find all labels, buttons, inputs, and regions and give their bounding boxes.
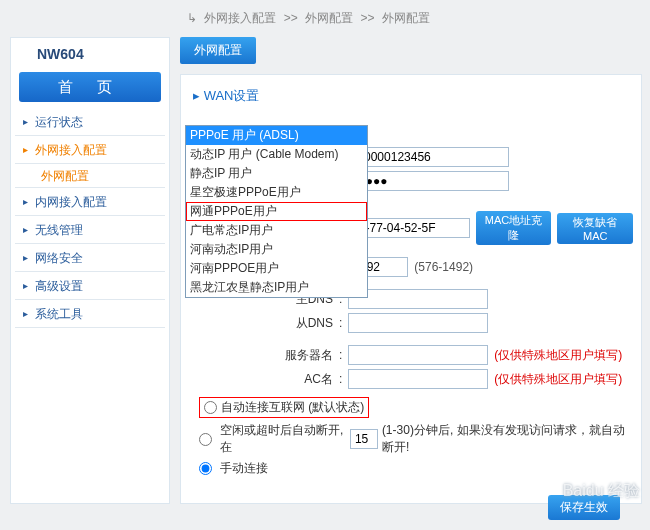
tab-wan-config[interactable]: 外网配置 [180, 37, 256, 64]
dropdown-option-cnc-pppoe[interactable]: 网通PPPoE用户 [186, 202, 367, 221]
dropdown-option-xkjs-pppoe[interactable]: 星空极速PPPoE用户 [186, 183, 367, 202]
ac-input[interactable] [348, 369, 488, 389]
dns2-input[interactable] [348, 313, 488, 333]
crumb-a[interactable]: 外网接入配置 [204, 11, 276, 25]
sidebar-item-advanced[interactable]: 高级设置 [15, 272, 165, 300]
sidebar-item-security[interactable]: 网络安全 [15, 244, 165, 272]
model-label: NW604 [15, 44, 165, 70]
server-hint: (仅供特殊地区用户填写) [494, 347, 622, 364]
sidebar-sub-wan-config[interactable]: 外网配置 [15, 164, 165, 188]
sidebar-item-wireless[interactable]: 无线管理 [15, 216, 165, 244]
crumb-b[interactable]: 外网配置 [305, 11, 353, 25]
sidebar-item-wan[interactable]: 外网接入配置 [15, 136, 165, 164]
sidebar-item-status[interactable]: 运行状态 [15, 108, 165, 136]
ac-label: AC名 [189, 371, 339, 388]
dns2-label: 从DNS [189, 315, 339, 332]
mac-clone-button[interactable]: MAC地址克隆 [476, 211, 552, 245]
radio-auto-highlight: 自动连接互联网 (默认状态) [199, 397, 369, 418]
section-title: WAN设置 [193, 87, 633, 105]
sidebar-item-lan[interactable]: 内网接入配置 [15, 188, 165, 216]
connection-type-dropdown[interactable]: PPPoE 用户 (ADSL) 动态IP 用户 (Cable Modem) 静态… [185, 125, 368, 298]
dns1-input[interactable] [348, 289, 488, 309]
dropdown-option-hlj-static[interactable]: 黑龙江农垦静态IP用户 [186, 278, 367, 297]
sidebar: NW604 首 页 运行状态 外网接入配置 外网配置 内网接入配置 无线管理 网… [10, 37, 170, 504]
radio-manual-label: 手动连接 [220, 460, 268, 477]
radio-idle-label-a: 空闲或超时后自动断开,在 [220, 422, 346, 456]
server-label: 服务器名 [189, 347, 339, 364]
radio-idle-disconnect[interactable] [199, 433, 212, 446]
breadcrumb: ↳ 外网接入配置 >> 外网配置 >> 外网配置 [0, 0, 650, 37]
dropdown-option-pppoe[interactable]: PPPoE 用户 (ADSL) [186, 126, 367, 145]
dropdown-option-henan-dynip[interactable]: 河南动态IP用户 [186, 240, 367, 259]
radio-manual-connect[interactable] [199, 462, 212, 475]
dropdown-option-static-ip[interactable]: 静态IP 用户 [186, 164, 367, 183]
server-input[interactable] [348, 345, 488, 365]
mtu-hint: (576-1492) [414, 260, 473, 274]
radio-idle-label-b: (1-30)分钟后, 如果没有发现访问请求，就自动断开! [382, 422, 633, 456]
radio-auto-label: 自动连接互联网 (默认状态) [221, 399, 364, 416]
save-button[interactable]: 保存生效 [548, 495, 620, 520]
sidebar-item-system[interactable]: 系统工具 [15, 300, 165, 328]
dropdown-option-broadcast-ip[interactable]: 广电常态IP用户 [186, 221, 367, 240]
crumb-c: 外网配置 [382, 11, 430, 25]
ac-hint: (仅供特殊地区用户填写) [494, 371, 622, 388]
radio-auto-connect[interactable] [204, 401, 217, 414]
home-button[interactable]: 首 页 [19, 72, 161, 102]
dropdown-option-dynamic-ip[interactable]: 动态IP 用户 (Cable Modem) [186, 145, 367, 164]
mac-restore-button[interactable]: 恢复缺省MAC [557, 213, 633, 244]
dropdown-option-henan-pppoe[interactable]: 河南PPPOE用户 [186, 259, 367, 278]
idle-minutes-input[interactable] [350, 429, 378, 449]
